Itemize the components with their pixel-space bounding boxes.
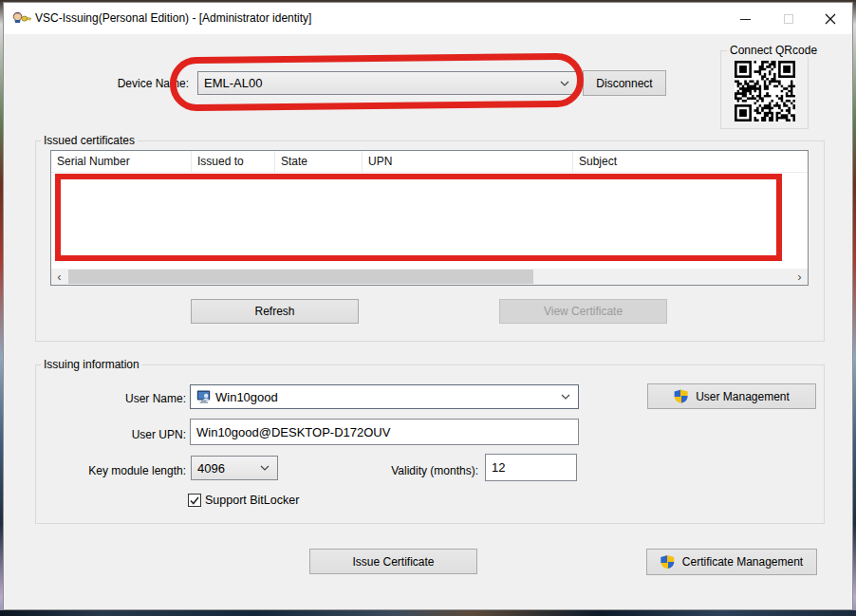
column-upn[interactable]: UPN xyxy=(363,151,573,172)
column-subject[interactable]: Subject xyxy=(573,151,808,172)
scrollbar-thumb[interactable] xyxy=(68,270,533,284)
table-header: Serial Number Issued to State UPN Subjec… xyxy=(51,151,808,173)
bitlocker-label: Support BitLocker xyxy=(205,494,299,507)
user-name-select[interactable]: Win10good xyxy=(190,384,579,409)
device-name-value: EML-AL00 xyxy=(204,76,262,90)
check-icon xyxy=(190,496,199,505)
minimize-button[interactable] xyxy=(727,8,763,30)
table-body-empty[interactable] xyxy=(51,173,808,269)
issued-certificates-label: Issued certificates xyxy=(41,134,138,147)
chevron-down-icon xyxy=(560,81,569,86)
issuing-information-label: Issuing information xyxy=(41,358,142,371)
device-name-select[interactable]: EML-AL00 xyxy=(197,71,578,95)
user-upn-field[interactable] xyxy=(190,419,579,445)
window-title: VSC-Issuing(Personal Edition) - [Adminis… xyxy=(35,11,311,25)
close-icon xyxy=(825,13,836,25)
user-upn-label: User UPN: xyxy=(42,428,186,441)
key-length-label: Key module length: xyxy=(23,464,186,477)
horizontal-scrollbar[interactable]: ‹ › xyxy=(51,269,808,285)
connect-qrcode-label: Connect QRcode xyxy=(727,44,820,57)
column-serial-number[interactable]: Serial Number xyxy=(51,151,192,172)
column-issued-to[interactable]: Issued to xyxy=(192,151,275,172)
checkbox-checked-icon[interactable] xyxy=(188,494,201,507)
user-name-label: User Name: xyxy=(42,392,186,405)
user-management-button[interactable]: User Management xyxy=(647,383,816,409)
scroll-right-icon[interactable]: › xyxy=(791,269,808,285)
user-name-value: Win10good xyxy=(215,390,278,404)
certificate-management-button[interactable]: Certificate Management xyxy=(646,549,817,575)
user-management-label: User Management xyxy=(696,390,790,403)
scroll-left-icon[interactable]: ‹ xyxy=(51,269,67,285)
refresh-button[interactable]: Refresh xyxy=(191,299,359,324)
key-length-value: 4096 xyxy=(197,461,225,476)
issue-certificate-button[interactable]: Issue Certificate xyxy=(309,549,477,574)
certificate-management-label: Certificate Management xyxy=(682,555,803,569)
certificates-table: Serial Number Issued to State UPN Subjec… xyxy=(50,150,809,286)
bitlocker-checkbox-row[interactable]: Support BitLocker xyxy=(188,494,299,507)
key-length-select[interactable]: 4096 xyxy=(191,456,278,480)
close-button[interactable] xyxy=(812,8,848,30)
app-window: VSC-Issuing(Personal Edition) - [Adminis… xyxy=(3,2,853,610)
chevron-down-icon xyxy=(561,394,570,400)
desktop-background xyxy=(0,610,856,616)
uac-shield-icon xyxy=(661,555,675,569)
connect-qrcode-group: Connect QRcode xyxy=(720,50,809,129)
device-name-label: Device Name: xyxy=(61,77,189,90)
title-bar: VSC-Issuing(Personal Edition) - [Adminis… xyxy=(4,3,852,34)
maximize-icon xyxy=(784,14,793,24)
disconnect-button[interactable]: Disconnect xyxy=(583,70,666,96)
column-state[interactable]: State xyxy=(275,151,363,172)
chevron-down-icon xyxy=(260,465,270,471)
app-icon xyxy=(12,10,31,26)
validity-field[interactable] xyxy=(485,454,577,481)
uac-shield-icon xyxy=(674,389,688,403)
qr-code xyxy=(735,61,795,121)
view-certificate-button: View Certificate xyxy=(499,299,667,324)
validity-label: Validity (months): xyxy=(334,464,478,477)
maximize-button xyxy=(771,8,807,30)
minimize-icon xyxy=(740,19,751,20)
user-computer-icon xyxy=(196,389,212,404)
